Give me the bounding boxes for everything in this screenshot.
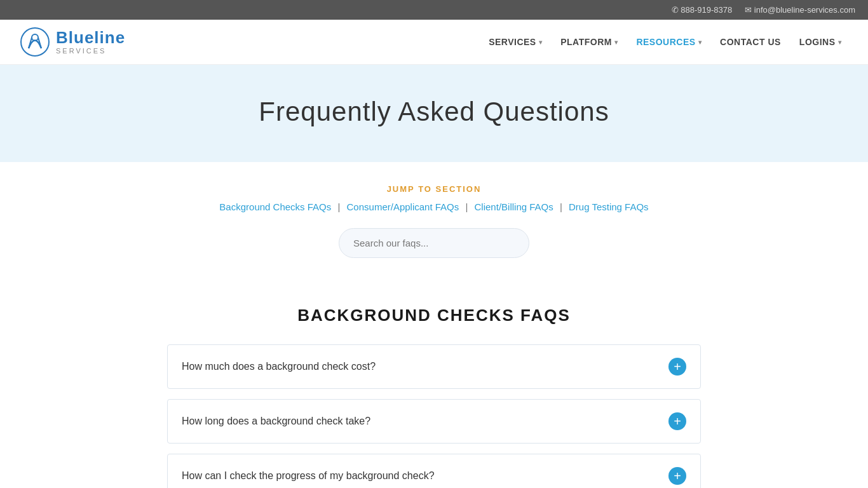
jump-link-background-checks[interactable]: Background Checks FAQs <box>219 201 331 212</box>
chevron-down-icon: ▾ <box>698 39 702 46</box>
expand-icon-1: + <box>668 412 686 430</box>
hero-banner: Frequently Asked Questions <box>0 65 868 162</box>
expand-icon-2: + <box>668 467 686 485</box>
faq-section-title: BACKGROUND CHECKS FAQS <box>167 306 701 325</box>
search-input[interactable] <box>339 228 529 258</box>
faq-question-2: How can I check the progress of my backg… <box>182 470 435 482</box>
jump-to-section: JUMP TO SECTION Background Checks FAQs |… <box>0 162 868 280</box>
faq-question-0: How much does a background check cost? <box>182 361 376 372</box>
faq-section: BACKGROUND CHECKS FAQS How much does a b… <box>148 306 720 488</box>
search-wrap <box>13 228 855 258</box>
faq-item-0[interactable]: How much does a background check cost? + <box>167 344 701 389</box>
faq-item-2[interactable]: How can I check the progress of my backg… <box>167 454 701 488</box>
faq-question-1: How long does a background check take? <box>182 416 370 427</box>
svg-point-0 <box>21 28 49 56</box>
nav-link-platform[interactable]: PLATFORM ▾ <box>553 32 625 52</box>
logo-text: Blueline SERVICES <box>56 29 125 55</box>
jump-link-client-billing[interactable]: Client/Billing FAQs <box>475 201 553 212</box>
separator: | <box>465 201 468 212</box>
expand-icon-0: + <box>668 358 686 376</box>
logo-link[interactable]: Blueline SERVICES <box>19 26 125 58</box>
nav-link-logins[interactable]: LOGINS ▾ <box>792 32 849 52</box>
nav-item-resources[interactable]: RESOURCES ▾ <box>628 32 709 52</box>
separator: | <box>337 201 340 212</box>
nav-links: SERVICES ▾ PLATFORM ▾ RESOURCES ▾ CONTAC… <box>481 32 849 52</box>
chevron-down-icon: ▾ <box>614 39 618 46</box>
nav-link-resources[interactable]: RESOURCES ▾ <box>628 32 709 52</box>
faq-item-1[interactable]: How long does a background check take? + <box>167 399 701 444</box>
nav-item-platform[interactable]: PLATFORM ▾ <box>553 32 625 52</box>
separator: | <box>560 201 562 212</box>
nav-item-services[interactable]: SERVICES ▾ <box>481 32 550 52</box>
nav-item-contact[interactable]: CONTACT US <box>712 32 789 52</box>
nav-item-logins[interactable]: LOGINS ▾ <box>792 32 849 52</box>
jump-links: Background Checks FAQs | Consumer/Applic… <box>13 201 855 212</box>
phone-number: 888-919-8378 <box>672 5 733 15</box>
logo-name: Blueline <box>56 29 125 46</box>
nav-link-contact[interactable]: CONTACT US <box>712 32 789 52</box>
jump-label: JUMP TO SECTION <box>13 184 855 194</box>
chevron-down-icon: ▾ <box>838 39 842 46</box>
chevron-down-icon: ▾ <box>539 39 543 46</box>
logo-icon <box>19 26 51 58</box>
jump-link-drug-testing[interactable]: Drug Testing FAQs <box>569 201 649 212</box>
email-address: info@blueline-services.com <box>745 5 855 15</box>
navbar: Blueline SERVICES SERVICES ▾ PLATFORM ▾ … <box>0 20 868 65</box>
logo-sub: SERVICES <box>56 47 125 55</box>
jump-link-consumer[interactable]: Consumer/Applicant FAQs <box>347 201 459 212</box>
top-bar: 888-919-8378 info@blueline-services.com <box>0 0 868 20</box>
nav-link-services[interactable]: SERVICES ▾ <box>481 32 550 52</box>
page-title: Frequently Asked Questions <box>13 97 855 127</box>
